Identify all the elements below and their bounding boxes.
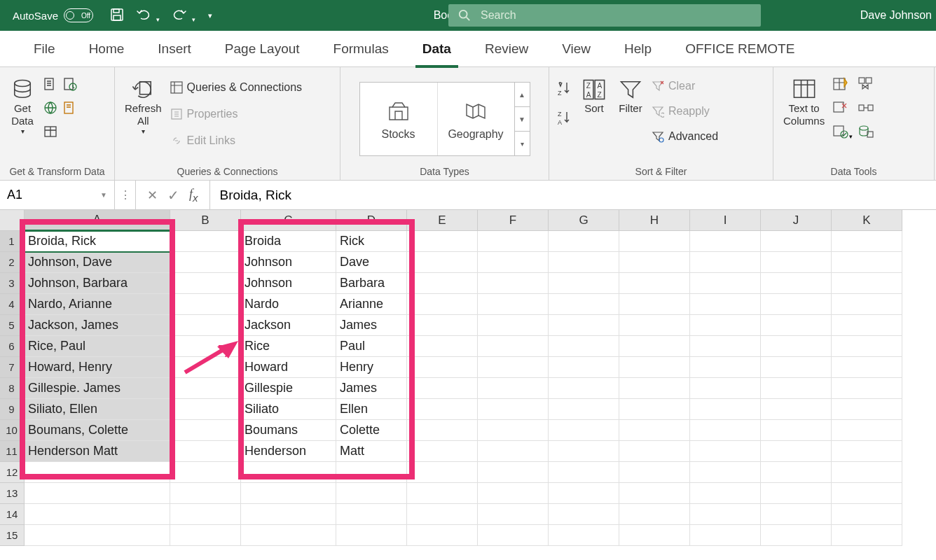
cell[interactable] [832,441,902,462]
cell[interactable] [407,357,478,378]
cell[interactable] [407,315,478,336]
cell[interactable] [549,399,619,420]
cell[interactable] [478,273,549,294]
cell[interactable]: Siliato, Ellen [25,399,170,420]
recent-sources-icon[interactable] [63,77,77,94]
consolidate-icon[interactable] [858,77,874,94]
cell[interactable] [832,483,902,504]
row-header[interactable]: 6 [0,336,25,357]
data-model-icon[interactable] [858,125,874,141]
cell[interactable] [832,336,902,357]
cell[interactable] [478,378,549,399]
cell[interactable] [619,399,690,420]
cell[interactable] [549,252,619,273]
cell[interactable] [619,378,690,399]
cell[interactable] [549,420,619,441]
cell[interactable]: Barbara [336,273,407,294]
cell[interactable] [690,357,761,378]
cancel-formula-icon[interactable]: ✕ [147,188,158,203]
cell[interactable]: Siliato [241,399,336,420]
cell[interactable]: Broida, Rick [25,231,170,252]
cell[interactable]: Rick [336,231,407,252]
cell[interactable] [407,294,478,315]
cell[interactable]: Howard, Henry [25,357,170,378]
existing-connections-icon[interactable] [63,101,77,118]
from-text-icon[interactable] [43,77,57,94]
sort-button[interactable]: ZAAZ Sort [579,74,610,115]
cell[interactable] [170,336,241,357]
refresh-all-button[interactable]: Refresh All ▾ [122,74,165,136]
cell[interactable] [170,504,241,525]
cell[interactable]: Boumans, Colette [25,420,170,441]
cell[interactable] [761,441,832,462]
cell[interactable] [549,336,619,357]
cell[interactable]: Johnson, Barbara [25,273,170,294]
cell[interactable] [478,336,549,357]
cell[interactable] [241,504,336,525]
cell[interactable] [407,336,478,357]
row-header[interactable]: 5 [0,315,25,336]
cell[interactable] [761,273,832,294]
cell[interactable] [478,462,549,483]
cell[interactable] [336,462,407,483]
cell[interactable]: Paul [336,336,407,357]
column-header-C[interactable]: C [241,210,336,231]
cell[interactable] [478,420,549,441]
cell[interactable] [170,441,241,462]
undo-icon[interactable]: ▾ [137,8,160,24]
cell[interactable]: Howard [241,357,336,378]
cell[interactable] [549,357,619,378]
tab-page-layout[interactable]: Page Layout [208,31,317,67]
cell[interactable] [407,441,478,462]
cell[interactable] [478,483,549,504]
row-header[interactable]: 13 [0,483,25,504]
cell[interactable] [407,462,478,483]
qat-customize-icon[interactable]: ▾ [208,11,212,20]
cell[interactable] [170,357,241,378]
from-table-icon[interactable] [43,125,57,141]
cell[interactable] [690,399,761,420]
cell[interactable]: James [336,378,407,399]
cell[interactable] [619,273,690,294]
cell[interactable] [478,357,549,378]
row-header[interactable]: 9 [0,399,25,420]
cell[interactable] [690,252,761,273]
cell[interactable] [619,525,690,546]
cell[interactable] [619,294,690,315]
cell[interactable] [690,294,761,315]
cell[interactable]: Gillespie [241,378,336,399]
cell[interactable] [549,273,619,294]
cell[interactable] [761,504,832,525]
tab-help[interactable]: Help [607,31,668,67]
cell[interactable] [170,378,241,399]
column-header-I[interactable]: I [690,210,761,231]
cell[interactable] [336,483,407,504]
cell[interactable] [690,420,761,441]
stocks-type[interactable]: Stocks [360,83,437,155]
accept-formula-icon[interactable]: ✓ [167,187,179,204]
cell[interactable] [25,483,170,504]
cell[interactable]: Rice [241,336,336,357]
cell[interactable] [478,231,549,252]
cell[interactable] [832,525,902,546]
column-header-E[interactable]: E [407,210,478,231]
column-header-J[interactable]: J [761,210,832,231]
cell[interactable] [241,462,336,483]
cell[interactable] [25,525,170,546]
cell[interactable] [761,420,832,441]
cell[interactable] [690,378,761,399]
cell[interactable] [761,378,832,399]
cell[interactable] [407,525,478,546]
cell[interactable] [170,315,241,336]
cell[interactable] [832,315,902,336]
cell[interactable] [690,504,761,525]
cell[interactable] [241,525,336,546]
tab-formulas[interactable]: Formulas [317,31,406,67]
row-header[interactable]: 11 [0,441,25,462]
row-header[interactable]: 4 [0,294,25,315]
cell[interactable]: Henderson Matt [25,441,170,462]
cell[interactable]: Nardo [241,294,336,315]
cell[interactable]: Jackson [241,315,336,336]
cell[interactable]: Johnson [241,252,336,273]
relationships-icon[interactable] [858,101,874,118]
